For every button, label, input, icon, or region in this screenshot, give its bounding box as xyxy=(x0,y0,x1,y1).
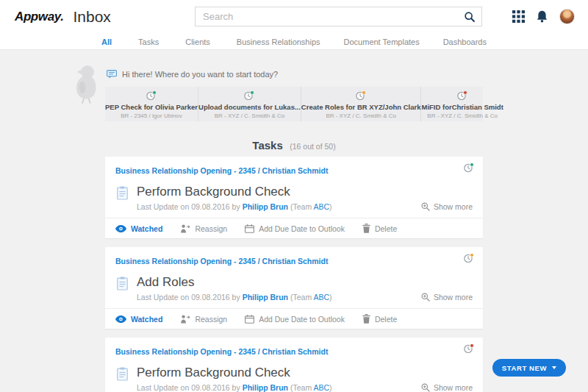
search-bar[interactable] xyxy=(195,7,482,26)
team-open: (Team xyxy=(288,383,313,392)
calendar-icon xyxy=(245,315,254,324)
document-icon xyxy=(117,186,128,211)
bird-mascot-illustration xyxy=(71,64,102,107)
meta-prefix: Last Update on 09.08.2016 by xyxy=(137,293,243,302)
delete-label: Delete xyxy=(375,224,397,233)
notifications-bell-icon[interactable] xyxy=(535,10,549,24)
quick-start-subtitle: BR - XYZ / C. Smidth & Co xyxy=(215,113,285,119)
delete-label: Delete xyxy=(375,315,397,324)
tab-all[interactable]: All xyxy=(101,38,112,46)
tab-business-relationships[interactable]: Business Relationships xyxy=(237,38,320,46)
add-due-date-button[interactable]: Add Due Date to Outlook xyxy=(245,315,345,324)
team-open: (Team xyxy=(288,202,313,211)
show-more-button[interactable]: Show more xyxy=(421,202,473,211)
show-more-label: Show more xyxy=(434,293,473,302)
tab-dashboards[interactable]: Dashboards xyxy=(443,38,487,46)
reassign-label: Reassign xyxy=(195,315,227,324)
quick-start-card[interactable]: MiFID forChristian Smidt BR - XYZ / C. S… xyxy=(421,87,503,121)
author-link[interactable]: Philipp Brun xyxy=(243,202,288,211)
watch-label: Watched xyxy=(131,224,162,233)
tasks-count: (16 out of 50) xyxy=(290,142,335,151)
quick-start-title: Upload documents for Lukas... xyxy=(198,103,301,111)
team-open: (Team xyxy=(288,293,313,302)
quick-start-title: MiFID forChristian Smidt xyxy=(421,103,503,111)
show-more-button[interactable]: Show more xyxy=(421,293,473,302)
meta-prefix: Last Update on 09.08.2016 by xyxy=(137,383,243,392)
appway-logo: Appway. xyxy=(15,10,63,24)
quick-start-subtitle: BR - XYZ / C. Smidth & Co xyxy=(427,113,498,119)
reassign-label: Reassign xyxy=(195,224,227,233)
calendar-icon xyxy=(245,224,254,233)
tab-tasks[interactable]: Tasks xyxy=(138,38,159,46)
reassign-button[interactable]: Reassign xyxy=(180,315,227,324)
team-close: ) xyxy=(329,202,332,211)
task-breadcrumb-link[interactable]: Business Relationship Opening - 2345 / C… xyxy=(115,347,328,356)
team-close: ) xyxy=(329,293,332,302)
task-title: Perform Background Check xyxy=(137,185,332,199)
author-link[interactable]: Philipp Brun xyxy=(243,383,288,392)
task-title: Add Roles xyxy=(137,275,332,290)
page-title: Inbox xyxy=(73,8,110,26)
zoom-in-icon xyxy=(421,293,430,302)
author-link[interactable]: Philipp Brun xyxy=(243,293,288,302)
delete-button[interactable]: Delete xyxy=(362,224,397,233)
document-icon xyxy=(117,367,128,392)
task-card: Business Relationship Opening - 2345 / C… xyxy=(105,157,483,238)
watch-toggle[interactable]: Watched xyxy=(115,224,162,233)
caret-down-icon xyxy=(552,366,556,369)
team-link[interactable]: ABC xyxy=(313,202,329,211)
tasks-title: Tasks xyxy=(252,139,282,152)
tab-clients[interactable]: Clients xyxy=(185,38,210,46)
reassign-icon xyxy=(180,315,190,324)
show-more-button[interactable]: Show more xyxy=(421,383,473,392)
tasks-section-heading: Tasks (16 out of 50) xyxy=(0,139,588,152)
eye-icon xyxy=(115,316,126,323)
task-meta: Last Update on 09.08.2016 by Philipp Bru… xyxy=(137,383,332,392)
zoom-in-icon xyxy=(421,202,430,211)
clock-status-icon xyxy=(464,343,474,357)
start-new-button[interactable]: START NEW xyxy=(492,359,566,377)
app-grid-icon[interactable] xyxy=(512,10,525,23)
clock-status-icon xyxy=(464,163,474,176)
team-link[interactable]: ABC xyxy=(313,383,329,392)
filter-nav: All Tasks Clients Business Relationships… xyxy=(0,34,588,50)
clock-status-icon xyxy=(244,90,254,101)
trash-icon xyxy=(362,224,370,233)
top-header: Appway. Inbox xyxy=(0,0,588,34)
team-link[interactable]: ABC xyxy=(313,293,329,302)
search-input[interactable] xyxy=(196,11,458,22)
chat-bubble-icon xyxy=(107,70,117,79)
add-due-date-button[interactable]: Add Due Date to Outlook xyxy=(245,224,345,233)
eye-icon xyxy=(115,225,126,232)
delete-button[interactable]: Delete xyxy=(362,314,397,324)
task-title: Perform Background Check xyxy=(137,366,332,380)
quick-start-title: Create Roles for BR XYZ/John Clark xyxy=(301,103,421,111)
clock-status-icon xyxy=(457,90,467,101)
quick-start-subtitle: BR - 2345 / Igor Ubinov xyxy=(121,113,182,119)
trash-icon xyxy=(362,314,370,324)
task-card: Business Relationship Opening - 2345 / C… xyxy=(105,338,483,392)
clock-status-icon xyxy=(146,90,157,101)
task-breadcrumb-link[interactable]: Business Relationship Opening - 2345 / C… xyxy=(115,257,328,266)
start-new-label: START NEW xyxy=(502,364,547,372)
task-breadcrumb-link[interactable]: Business Relationship Opening - 2345 / C… xyxy=(115,166,328,175)
watch-toggle[interactable]: Watched xyxy=(115,315,162,324)
quick-start-title: PEP Check for Olivia Parker xyxy=(105,103,198,111)
task-list: Business Relationship Opening - 2345 / C… xyxy=(105,157,483,392)
task-meta: Last Update on 09.08.2016 by Philipp Bru… xyxy=(137,293,332,302)
team-close: ) xyxy=(329,383,332,392)
user-avatar[interactable] xyxy=(559,9,575,24)
watch-label: Watched xyxy=(131,315,162,324)
clock-status-icon xyxy=(464,253,474,266)
reassign-button[interactable]: Reassign xyxy=(180,224,227,233)
tab-document-templates[interactable]: Document Templates xyxy=(344,38,420,46)
quick-start-card[interactable]: PEP Check for Olivia Parker BR - 2345 / … xyxy=(105,87,198,121)
quick-start-card[interactable]: Create Roles for BR XYZ/John Clark BR - … xyxy=(301,87,422,121)
meta-prefix: Last Update on 09.08.2016 by xyxy=(137,202,243,211)
document-icon xyxy=(117,277,128,302)
search-icon[interactable] xyxy=(458,11,481,23)
quick-start-subtitle: BR - XYZ / C. Smidth & Co xyxy=(326,113,396,119)
quick-start-strip: PEP Check for Olivia Parker BR - 2345 / … xyxy=(105,87,483,121)
assistant-greeting: Hi there! Where do you want to start tod… xyxy=(122,70,278,79)
quick-start-card[interactable]: Upload documents for Lukas... BR - XYZ /… xyxy=(198,87,301,121)
